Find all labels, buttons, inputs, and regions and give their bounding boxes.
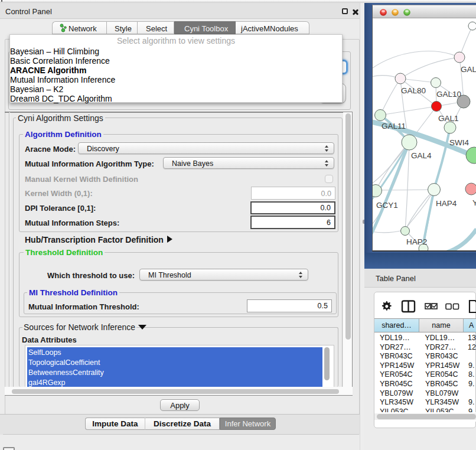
svg-text:GAL1: GAL1 bbox=[438, 114, 459, 123]
svg-text:SWI4: SWI4 bbox=[449, 138, 469, 147]
svg-text:GAL11: GAL11 bbox=[382, 122, 406, 131]
svg-text:GAL4: GAL4 bbox=[411, 151, 432, 160]
svg-text:GCY1: GCY1 bbox=[376, 201, 398, 210]
svg-text:GAL10: GAL10 bbox=[436, 90, 461, 99]
svg-text:Y: Y bbox=[472, 198, 476, 207]
svg-text:HAP2: HAP2 bbox=[406, 237, 427, 246]
svg-text:GAL: GAL bbox=[461, 65, 476, 74]
svg-text:GAL80: GAL80 bbox=[401, 86, 426, 95]
svg-text:HAP4: HAP4 bbox=[436, 199, 457, 208]
